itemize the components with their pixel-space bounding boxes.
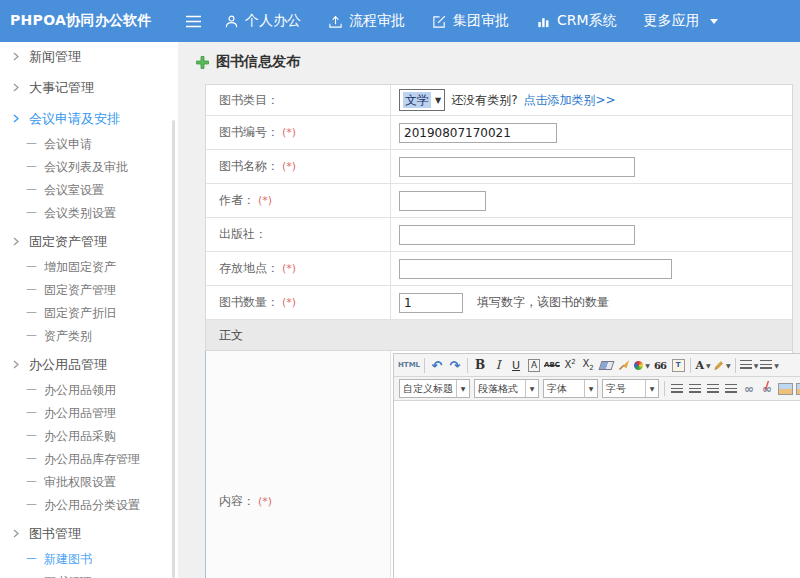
paste-from-word-button[interactable]: T <box>669 356 687 374</box>
sidebar-item[interactable]: 一增加固定资产 <box>0 256 178 279</box>
nav-more-apps[interactable]: 更多应用 <box>644 12 718 30</box>
add-category-link[interactable]: 点击添加类别>> <box>524 92 616 109</box>
sidebar-scrollbar[interactable] <box>172 120 175 578</box>
main-content: 图书信息发布 图书类目： 文学 ▼ 还没有类别? 点击添加类别>> 图书编号： … <box>178 42 800 578</box>
unordered-list-button[interactable]: ▼ <box>759 356 780 374</box>
select-caret-icon: ▼ <box>435 96 441 105</box>
location-input[interactable] <box>399 259 672 279</box>
dash-icon: 一 <box>26 182 37 199</box>
nav-crm-system[interactable]: CRM系统 <box>536 12 617 30</box>
superscript-button[interactable]: X2 <box>561 356 579 374</box>
sidebar-item[interactable]: 一会议室设置 <box>0 179 178 202</box>
sidebar-item[interactable]: 一办公用品领用 <box>0 379 178 402</box>
sidebar-group[interactable]: 新闻管理 <box>0 42 178 71</box>
strikethrough-icon: ABC <box>544 361 560 369</box>
sidebar-item[interactable]: 一会议列表及审批 <box>0 156 178 179</box>
ordered-list-button[interactable]: ▼ <box>739 356 760 374</box>
paragraph-format-select[interactable]: 段落格式 ▼ <box>474 379 539 398</box>
subscript-button[interactable]: X2 <box>579 356 597 374</box>
sidebar-item[interactable]: 一办公用品库存管理 <box>0 448 178 471</box>
font-color-button[interactable]: A▼ <box>694 356 712 374</box>
sidebar-item[interactable]: 一图书管理 <box>0 571 178 578</box>
category-select[interactable]: 文学 ▼ <box>399 89 445 111</box>
underline-button[interactable]: U <box>507 356 525 374</box>
dash-icon: 一 <box>26 551 37 568</box>
font-family-select[interactable]: 字体 ▼ <box>543 379 598 398</box>
sidebar-group-label: 大事记管理 <box>29 79 94 96</box>
category-select-value: 文学 <box>403 92 431 108</box>
chevron-right-icon <box>12 52 20 61</box>
required-mark: (*) <box>282 262 296 275</box>
redo-button[interactable]: ↷ <box>446 356 464 374</box>
html-source-icon: HTML <box>398 361 420 369</box>
body-section-header: 正文 <box>206 320 792 351</box>
sidebar-group-label: 图书管理 <box>29 525 81 542</box>
sidebar-item-label: 新建图书 <box>44 551 92 568</box>
remove-format-icon <box>600 361 613 370</box>
html-source-button[interactable]: HTML <box>397 356 421 374</box>
insert-link-button[interactable]: ∞ <box>740 380 758 398</box>
align-center-button[interactable] <box>686 380 704 398</box>
unordered-list-icon <box>760 360 772 370</box>
sidebar-item-label: 固定资产管理 <box>44 282 116 299</box>
book-name-input[interactable] <box>399 157 635 177</box>
sidebar-item[interactable]: 一固定资产管理 <box>0 279 178 302</box>
sidebar-item[interactable]: 一办公用品管理 <box>0 402 178 425</box>
author-input[interactable] <box>399 191 486 211</box>
sidebar-group[interactable]: 图书管理 <box>0 519 178 548</box>
sidebar-group[interactable]: 固定资产管理 <box>0 227 178 256</box>
nav-workflow-approval[interactable]: 流程审批 <box>328 12 405 30</box>
custom-title-select[interactable]: 自定义标题 ▼ <box>399 379 470 398</box>
blockquote-button[interactable]: 66 <box>651 356 669 374</box>
sidebar-item[interactable]: 一办公用品分类设置 <box>0 494 178 517</box>
app-logo: PHPOA协同办公软件 <box>0 12 178 30</box>
sidebar-group[interactable]: 会议申请及安排 <box>0 104 178 133</box>
font-style-button[interactable]: A <box>525 356 543 374</box>
align-right-button[interactable] <box>704 380 722 398</box>
insert-image-button[interactable] <box>776 380 794 398</box>
sidebar-group[interactable]: 办公用品管理 <box>0 350 178 379</box>
sidebar-item[interactable]: 一办公用品采购 <box>0 425 178 448</box>
sidebar-item[interactable]: 一固定资产折旧 <box>0 302 178 325</box>
book-no-input[interactable] <box>399 123 557 143</box>
highlight-pen-button[interactable]: ▼ <box>712 356 732 374</box>
sidebar-group[interactable]: 大事记管理 <box>0 73 178 102</box>
caret-down-icon: ▼ <box>726 362 731 369</box>
undo-button[interactable]: ↶ <box>428 356 446 374</box>
publisher-input[interactable] <box>399 225 635 245</box>
italic-icon: I <box>496 358 501 372</box>
editor-content-area[interactable] <box>394 401 800 578</box>
format-brush-button[interactable] <box>615 356 633 374</box>
insert-online-image-button[interactable] <box>794 380 800 398</box>
sidebar-item[interactable]: 一会议类别设置 <box>0 202 178 225</box>
italic-button[interactable]: I <box>489 356 507 374</box>
field-label: 图书编号： <box>219 124 279 141</box>
dash-icon: 一 <box>26 474 37 491</box>
dash-icon: 一 <box>26 305 37 322</box>
toolbar-separator <box>735 358 736 373</box>
remove-format-button[interactable] <box>597 356 615 374</box>
nav-personal-office[interactable]: 个人办公 <box>224 12 301 30</box>
book-form: 图书类目： 文学 ▼ 还没有类别? 点击添加类别>> 图书编号： (*) 图书名… <box>205 84 793 578</box>
menu-toggle-button[interactable] <box>182 15 204 28</box>
quantity-input[interactable] <box>399 293 463 313</box>
dash-icon: 一 <box>26 428 37 445</box>
align-justify-button[interactable] <box>722 380 740 398</box>
dash-icon: 一 <box>26 497 37 514</box>
field-label: 内容： <box>219 493 255 510</box>
align-left-button[interactable] <box>668 380 686 398</box>
sidebar-item[interactable]: 一资产类别 <box>0 325 178 348</box>
subscript-icon: X2 <box>582 359 593 372</box>
bold-button[interactable]: B <box>471 356 489 374</box>
font-size-select[interactable]: 字号 ▼ <box>602 379 659 398</box>
form-row-location: 存放地点： (*) <box>206 252 792 286</box>
form-row-publisher: 出版社： <box>206 218 792 252</box>
remove-link-button[interactable]: ∞/ <box>758 380 776 398</box>
select-caret-icon: ▼ <box>456 380 469 397</box>
sidebar-item[interactable]: 一审批权限设置 <box>0 471 178 494</box>
sidebar-item[interactable]: 一新建图书 <box>0 548 178 571</box>
text-color-picker-button[interactable]: ▼ <box>633 356 651 374</box>
strikethrough-button[interactable]: ABC <box>543 356 561 374</box>
nav-group-approval[interactable]: 集团审批 <box>432 12 509 30</box>
sidebar-item[interactable]: 一会议申请 <box>0 133 178 156</box>
